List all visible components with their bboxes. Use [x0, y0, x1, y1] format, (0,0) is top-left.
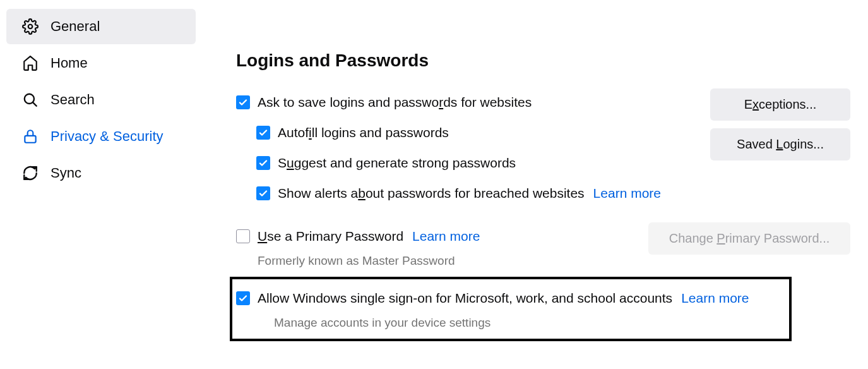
sidebar-item-sync[interactable]: Sync: [6, 155, 196, 191]
primary-password-hint: Formerly known as Master Password: [236, 254, 698, 268]
sidebar-item-search[interactable]: Search: [6, 82, 196, 118]
svg-point-0: [28, 25, 33, 29]
highlight-box: Allow Windows single sign-on for Microso…: [230, 277, 792, 341]
checkbox-suggest-strong[interactable]: [256, 156, 270, 170]
sidebar: General Home Search Privacy & Security: [0, 0, 202, 369]
saved-logins-button[interactable]: Saved Logins...: [710, 128, 850, 160]
gear-icon: [21, 18, 39, 35]
exceptions-button[interactable]: Exceptions...: [710, 88, 850, 121]
svg-rect-3: [25, 136, 35, 143]
option-ask-save-logins: Ask to save logins and passwords for web…: [236, 88, 698, 119]
option-label: Autofill logins and passwords: [278, 124, 449, 141]
sidebar-item-label: Sync: [51, 165, 81, 181]
sidebar-item-label: Search: [51, 92, 95, 108]
checkbox-ask-save-logins[interactable]: [236, 95, 250, 109]
learn-more-link[interactable]: Learn more: [681, 289, 749, 306]
option-label: Allow Windows single sign-on for Microso…: [258, 289, 672, 306]
section-title: Logins and Passwords: [236, 51, 862, 71]
main-content: Logins and Passwords Ask to save logins …: [202, 0, 868, 369]
sidebar-item-privacy-security[interactable]: Privacy & Security: [6, 119, 196, 154]
option-suggest-strong: Suggest and generate strong passwords: [236, 149, 698, 179]
option-label: Ask to save logins and passwords for web…: [258, 94, 532, 111]
sidebar-item-label: Privacy & Security: [51, 128, 163, 145]
learn-more-link[interactable]: Learn more: [593, 184, 661, 202]
option-label: Suggest and generate strong passwords: [278, 154, 516, 171]
checkbox-autofill[interactable]: [256, 126, 270, 140]
home-icon: [21, 54, 39, 72]
option-autofill: Autofill logins and passwords: [236, 119, 698, 149]
option-primary-password: Use a Primary Password Learn more: [236, 222, 698, 253]
lock-icon: [21, 128, 39, 145]
sync-icon: [21, 164, 39, 182]
learn-more-link[interactable]: Learn more: [412, 227, 480, 245]
sidebar-item-home[interactable]: Home: [6, 45, 196, 81]
option-breach-alerts: Show alerts about passwords for breached…: [236, 179, 698, 210]
svg-line-2: [33, 102, 37, 106]
search-icon: [21, 91, 39, 109]
option-label: Show alerts about passwords for breached…: [278, 184, 585, 202]
sidebar-item-label: General: [51, 18, 100, 35]
sidebar-item-general[interactable]: General: [6, 9, 196, 44]
change-primary-password-button: Change Primary Password...: [648, 222, 850, 255]
checkbox-breach-alerts[interactable]: [256, 186, 270, 200]
option-label: Use a Primary Password: [258, 227, 403, 245]
sidebar-item-label: Home: [51, 55, 88, 71]
option-windows-sso: Allow Windows single sign-on for Microso…: [236, 284, 784, 315]
sso-hint: Manage accounts in your device settings: [236, 316, 784, 330]
checkbox-windows-sso[interactable]: [236, 291, 250, 305]
checkbox-primary-password[interactable]: [236, 229, 250, 243]
